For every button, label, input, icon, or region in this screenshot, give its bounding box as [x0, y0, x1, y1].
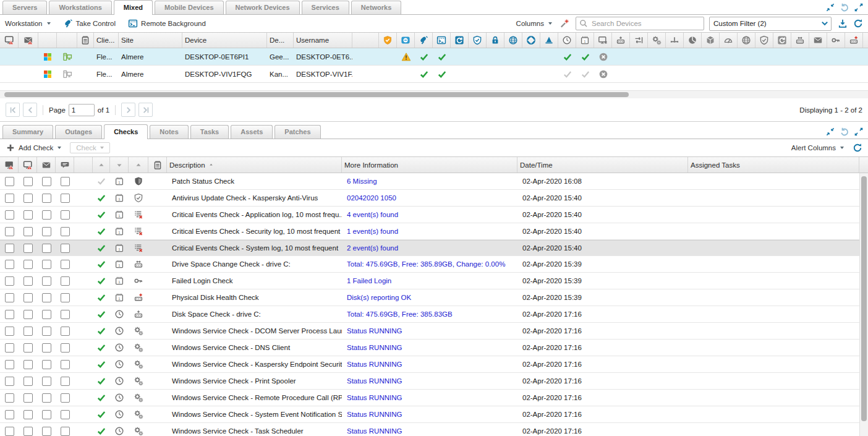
device-column-device[interactable]: Device: [182, 33, 267, 48]
check-actions-dropdown[interactable]: Check: [70, 142, 110, 153]
custom-filter-select[interactable]: Custom Filter (2): [709, 17, 832, 31]
device-column-web-protection[interactable]: [504, 33, 522, 48]
checks-column-schedule[interactable]: [110, 157, 129, 173]
filter-wand-icon[interactable]: [560, 19, 569, 28]
device-column-clock-247[interactable]: [558, 33, 576, 48]
check-select-checkbox[interactable]: [23, 327, 33, 336]
prev-page-button[interactable]: [23, 103, 37, 117]
device-column-spacer[interactable]: [57, 33, 77, 48]
check-select-checkbox[interactable]: [23, 210, 33, 220]
check-select-checkbox[interactable]: [61, 427, 70, 436]
check-select-checkbox[interactable]: [23, 276, 33, 286]
checks-column-more_information[interactable]: More Information: [342, 157, 517, 173]
workstation-dropdown[interactable]: Workstation: [5, 20, 51, 27]
columns-dropdown[interactable]: Columns: [516, 20, 552, 27]
device-column-take-control[interactable]: [415, 33, 433, 48]
check-select-checkbox[interactable]: [5, 427, 14, 436]
device-column-desc[interactable]: De...: [267, 33, 294, 48]
take-control-button[interactable]: Take Control: [63, 19, 116, 28]
device-column-shield-patch-orange[interactable]: [379, 33, 397, 48]
device-column-remote-background[interactable]: [433, 33, 451, 48]
remote-background-button[interactable]: Remote Background: [128, 19, 206, 28]
checks-column-clipboard[interactable]: [148, 157, 167, 173]
device-column-package[interactable]: [702, 33, 720, 48]
check-select-checkbox[interactable]: [42, 293, 51, 302]
detail-tab-summary[interactable]: Summary: [2, 125, 53, 139]
undo-layout-icon[interactable]: [840, 2, 849, 12]
device-column-pie-chart[interactable]: [684, 33, 702, 48]
check-select-checkbox[interactable]: [23, 260, 33, 269]
tab-networks[interactable]: Networks: [351, 1, 402, 14]
device-row[interactable]: Fle...AlmereDESKTOP-0ET6PI1Gee...DESKTOP…: [0, 48, 868, 66]
check-select-checkbox[interactable]: [61, 227, 70, 236]
detail-tab-notes[interactable]: Notes: [150, 125, 189, 139]
checks-column-spacer[interactable]: [74, 157, 93, 173]
check-select-checkbox[interactable]: [61, 293, 70, 302]
device-column-teamviewer[interactable]: [397, 33, 415, 48]
more-info-link[interactable]: Disk(s) reporting OK: [347, 294, 411, 301]
check-row[interactable]: 1Critical Events Check - Security log, 1…: [0, 223, 859, 240]
check-select-checkbox[interactable]: [23, 177, 33, 186]
check-select-checkbox[interactable]: [42, 343, 51, 353]
device-column-lock[interactable]: [487, 33, 504, 48]
check-select-checkbox[interactable]: [42, 210, 51, 220]
detail-tab-assets[interactable]: Assets: [231, 125, 273, 139]
more-info-link[interactable]: Status RUNNING: [347, 377, 402, 385]
check-select-checkbox[interactable]: [23, 227, 33, 236]
device-column-hardware[interactable]: [540, 33, 558, 48]
page-number-input[interactable]: [69, 104, 95, 116]
check-select-checkbox[interactable]: [5, 310, 14, 319]
checks-column-status[interactable]: [93, 157, 110, 173]
check-row[interactable]: Windows Service Check - Print SpoolerSta…: [0, 373, 859, 390]
check-select-checkbox[interactable]: [5, 410, 14, 419]
check-row[interactable]: Windows Service Check - Remote Procedure…: [0, 390, 859, 406]
more-info-link[interactable]: 2 event(s) found: [347, 244, 398, 252]
more-info-link[interactable]: Status RUNNING: [347, 394, 402, 401]
check-select-checkbox[interactable]: [23, 393, 33, 403]
check-select-checkbox[interactable]: [42, 244, 51, 253]
checks-column-type[interactable]: [129, 157, 148, 173]
check-select-checkbox[interactable]: [42, 327, 51, 336]
add-check-button[interactable]: Add Check: [6, 143, 61, 153]
checks-column-datetime[interactable]: Date/Time: [517, 157, 688, 173]
more-info-link[interactable]: Status RUNNING: [347, 327, 402, 335]
check-select-checkbox[interactable]: [5, 244, 14, 253]
device-column-disk-add[interactable]: [612, 33, 630, 48]
device-column-clipboard[interactable]: [77, 33, 94, 48]
tab-network-devices[interactable]: Network Devices: [226, 1, 300, 14]
check-select-checkbox[interactable]: [5, 194, 14, 203]
collapse-panel-icon[interactable]: [825, 127, 835, 137]
checks-column-bubble[interactable]: [56, 157, 74, 173]
check-row[interactable]: 1Critical Events Check - Application log…: [0, 207, 859, 223]
alert-columns-dropdown[interactable]: Alert Columns: [791, 144, 844, 152]
device-column-calendar-dsc[interactable]: 1: [576, 33, 594, 48]
export-download-button[interactable]: [838, 19, 848, 28]
check-select-checkbox[interactable]: [61, 377, 70, 386]
device-column-network-device[interactable]: [666, 33, 684, 48]
tab-services[interactable]: Services: [302, 1, 349, 14]
expand-panel-icon[interactable]: [854, 127, 864, 137]
device-column-sync[interactable]: [451, 33, 469, 48]
check-select-checkbox[interactable]: [42, 276, 51, 286]
check-select-checkbox[interactable]: [23, 343, 33, 353]
expand-panel-icon[interactable]: [854, 2, 864, 12]
device-column-mail-alert[interactable]: [19, 33, 38, 48]
check-select-checkbox[interactable]: [61, 276, 70, 286]
device-column-spacer[interactable]: [352, 33, 379, 48]
check-select-checkbox[interactable]: [23, 244, 33, 253]
refresh-checks-button[interactable]: [853, 143, 862, 153]
check-select-checkbox[interactable]: [23, 410, 33, 419]
refresh-devices-button[interactable]: [853, 19, 863, 28]
check-select-checkbox[interactable]: [42, 260, 51, 269]
device-column-web-shield[interactable]: [738, 33, 755, 48]
check-select-checkbox[interactable]: [42, 227, 51, 236]
check-select-checkbox[interactable]: [5, 276, 14, 286]
check-row[interactable]: 1Failed Login Check1 Failed Login02-Apr-…: [0, 273, 859, 289]
check-select-checkbox[interactable]: [61, 343, 70, 353]
check-select-checkbox[interactable]: [5, 210, 14, 220]
check-row[interactable]: Windows Service Check - DCOM Server Proc…: [0, 323, 859, 340]
check-select-checkbox[interactable]: [61, 310, 70, 319]
more-info-link[interactable]: 1 event(s) found: [347, 228, 398, 235]
check-select-checkbox[interactable]: [61, 210, 70, 220]
device-column-client[interactable]: Clie...: [94, 33, 119, 48]
